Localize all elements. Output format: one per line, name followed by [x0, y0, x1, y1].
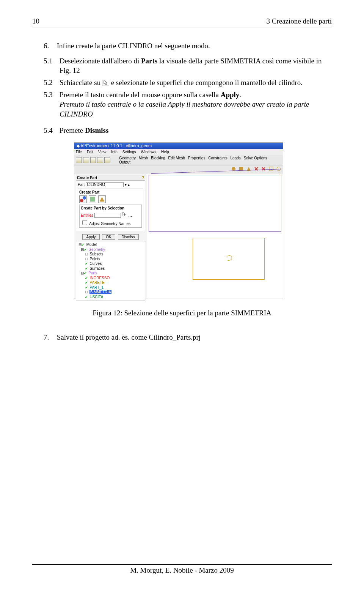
dismiss-button[interactable]: Dismiss [118, 234, 139, 240]
entities-label: Entities [81, 213, 93, 217]
by-selection-title: Create Part by Selection [81, 206, 140, 210]
tab-editmesh[interactable]: Edit Mesh [168, 156, 185, 160]
menu-help[interactable]: Help [161, 150, 169, 154]
create-part-icons [79, 195, 142, 203]
adjust-names-label: Adjust Geometry Names [89, 222, 130, 226]
step-5-2: 5.2 Schiacciate su e selezionate le supe… [44, 78, 332, 88]
menu-file[interactable]: File [76, 150, 82, 154]
toolbar-icon[interactable] [104, 157, 110, 163]
adjust-names-checkbox[interactable] [82, 220, 87, 225]
cursor-arrow-icon [102, 79, 109, 85]
part-tool-icon[interactable] [79, 195, 87, 203]
svg-rect-7 [90, 197, 95, 202]
tab-geometry[interactable]: Geometry [119, 156, 136, 160]
section-title: 3 Creazione delle parti [266, 17, 332, 25]
toolbar-icon[interactable] [90, 157, 96, 163]
mode-tabs[interactable]: Geometry Mesh Blocking Edit Mesh Propert… [119, 156, 281, 164]
tab-output[interactable]: Output [119, 160, 130, 164]
apply-button[interactable]: Apply [82, 234, 99, 240]
figure-caption: Figura 12: Selezione delle superfici per… [32, 309, 332, 317]
footer-rule [32, 564, 332, 565]
tab-blocking[interactable]: Blocking [151, 156, 165, 160]
part-label: Part [78, 183, 85, 187]
footer-text: M. Morgut, E. Nobile - Marzo 2009 [32, 566, 332, 575]
tab-properties[interactable]: Properties [188, 156, 206, 160]
dropdown-arrow-icon[interactable]: ▾ [125, 183, 127, 187]
viewport-3d[interactable] [147, 173, 283, 299]
app-screenshot: ◆ AI*Environment 11.0.1 : cilindro_geom … [74, 142, 283, 299]
toolbar-icon[interactable] [97, 157, 103, 163]
step-5-3-note: Premuto il tasto centrale o la casella A… [60, 100, 309, 118]
part-tool-icon[interactable] [89, 195, 96, 203]
ok-button[interactable]: OK [102, 234, 115, 240]
toolbar-icon[interactable] [83, 157, 89, 163]
tab-mesh[interactable]: Mesh [139, 156, 148, 160]
tab-constraints[interactable]: Constraints [208, 156, 228, 160]
subpanel-title: Create Part [79, 190, 142, 194]
tree-simmetria-selected[interactable]: SIMMETRIA [89, 290, 111, 294]
menu-view[interactable]: View [98, 150, 107, 154]
intro-para: 6. Infine create la parte CILINDRO nel s… [32, 41, 332, 51]
page-number: 10 [32, 17, 39, 25]
step-list-2: 5.4 Premete Dismiss [32, 126, 332, 135]
sidebar: Create Part ? Part ▾ ▴ Create Part [74, 173, 147, 299]
menu-windows[interactable]: Windows [141, 150, 157, 154]
part-name-input[interactable] [86, 182, 124, 187]
entities-input[interactable] [94, 213, 121, 218]
app-logo-icon: ◆ [77, 143, 80, 148]
tab-solve[interactable]: Solve Options [244, 156, 267, 160]
menu-edit[interactable]: Edit [87, 150, 93, 154]
step-list: 5.1 Deselezionate dall'albero di Parts l… [32, 56, 332, 119]
model-tree[interactable]: ⊟ Model ⊟ Geometry Subsets Points Curves… [76, 241, 145, 301]
cursor-arrow-icon[interactable] [122, 213, 128, 217]
panel-buttons: Apply OK Dismiss [76, 233, 145, 240]
step-5-1: 5.1 Deselezionate dall'albero di Parts l… [44, 56, 332, 76]
panel-create-part-title: Create Part ? [76, 175, 145, 181]
toolbar-icon[interactable] [76, 157, 82, 163]
step-5-4: 5.4 Premete Dismiss [44, 126, 332, 135]
up-arrow-icon[interactable]: ▴ [128, 183, 130, 187]
toolbar: Geometry Mesh Blocking Edit Mesh Propert… [74, 155, 283, 165]
svg-point-5 [80, 199, 83, 202]
part-tool-icon[interactable] [98, 195, 106, 203]
final-step: 7. Salvate il progetto ad. es. come Cili… [32, 332, 332, 342]
app-titlebar: ◆ AI*Environment 11.0.1 : cilindro_geom [74, 143, 283, 149]
more-button[interactable]: … [128, 213, 132, 217]
menu-settings[interactable]: Settings [122, 150, 136, 154]
viewport-outline [149, 175, 281, 232]
svg-point-6 [83, 196, 86, 200]
step-5-3: 5.3 Premete il tasto centrale del mouse … [44, 90, 332, 119]
menubar[interactable]: File Edit View Info Settings Windows Hel… [74, 149, 283, 155]
menu-info[interactable]: Info [111, 150, 118, 154]
header-rule [32, 27, 332, 27]
help-icon[interactable]: ? [142, 176, 144, 180]
tab-loads[interactable]: Loads [231, 156, 241, 160]
